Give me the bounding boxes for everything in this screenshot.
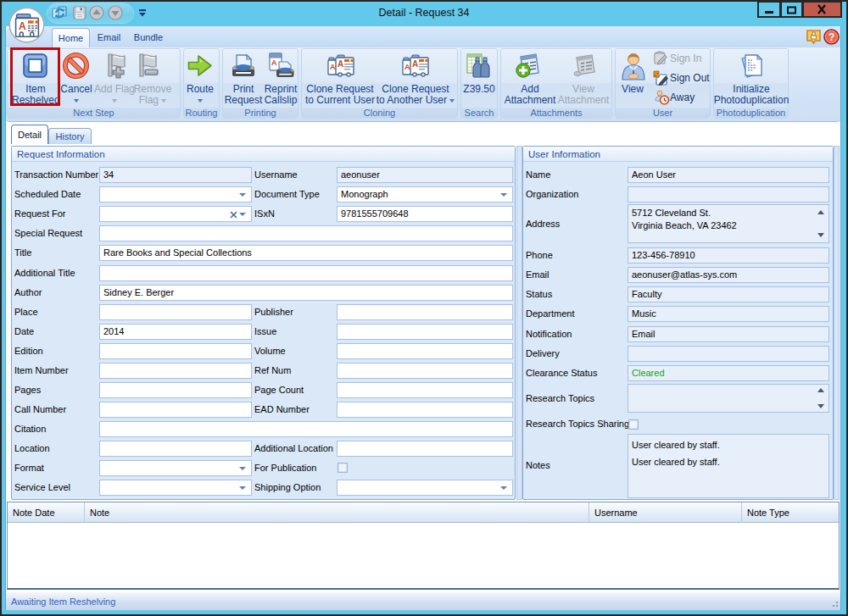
svg-text:?: ? <box>828 31 834 43</box>
svg-text:A: A <box>271 58 277 67</box>
svg-text:A: A <box>338 59 343 69</box>
svg-text:A: A <box>404 63 410 71</box>
svg-text:A: A <box>412 59 418 69</box>
svg-text:A: A <box>330 63 336 71</box>
svg-text:A: A <box>19 20 26 32</box>
